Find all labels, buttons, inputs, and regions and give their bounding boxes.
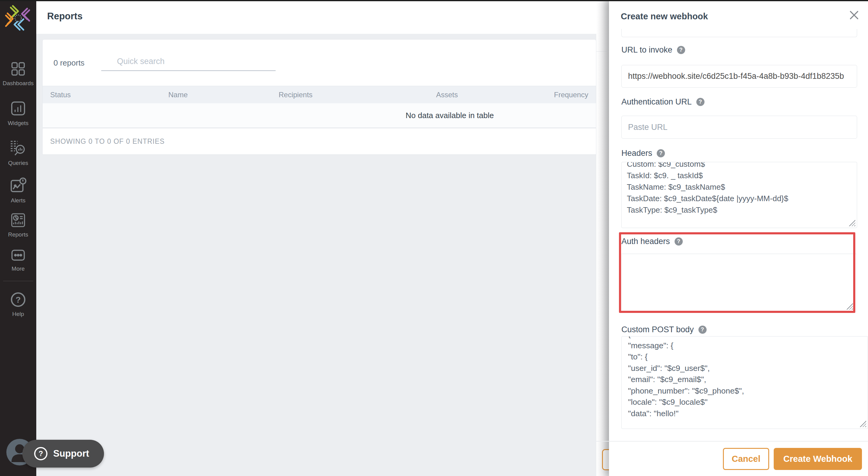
auth-headers-label-row: Auth headers ? (621, 237, 683, 246)
sidebar-item-label: Reports (0, 231, 36, 238)
headers-label: Headers (621, 148, 652, 158)
resize-handle-icon[interactable] (846, 303, 853, 310)
dashboards-icon (10, 60, 26, 77)
page-title: Reports (47, 11, 83, 22)
sidebar-item-label: Widgets (0, 120, 36, 127)
auth-headers-textarea[interactable] (621, 254, 857, 312)
resize-handle-icon[interactable] (849, 219, 855, 226)
svg-text:?: ? (39, 449, 43, 457)
app-logo-icon[interactable] (5, 5, 31, 31)
table-header-row: Status Name Recipients Assets Frequency (42, 86, 596, 103)
url-to-invoke-label: URL to invoke (621, 45, 673, 55)
close-icon[interactable] (848, 9, 860, 21)
authentication-url-help-icon[interactable]: ? (696, 98, 705, 106)
drawer-title: Create new webhook (621, 11, 708, 22)
alerts-icon (10, 177, 27, 195)
url-to-invoke-help-icon[interactable]: ? (677, 46, 685, 54)
custom-post-body-label: Custom POST body (621, 325, 694, 334)
column-header-name[interactable]: Name (168, 91, 188, 99)
showing-entries-label: SHOWING 0 TO 0 OF 0 ENTRIES (50, 137, 165, 145)
table-empty-row: No data available in table (42, 103, 596, 128)
support-button[interactable]: ? Support (22, 440, 104, 468)
support-help-icon: ? (34, 447, 48, 461)
sidebar-divider (3, 281, 33, 281)
auth-headers-label: Auth headers (621, 237, 670, 246)
sidebar-item-label: Queries (0, 160, 36, 166)
resize-handle-icon[interactable] (860, 420, 866, 427)
window-top-edge (0, 0, 868, 1)
cancel-button[interactable]: Cancel (723, 448, 769, 470)
auth-headers-help-icon[interactable]: ? (675, 237, 683, 245)
sidebar-item-widgets[interactable]: Widgets (0, 100, 36, 127)
create-webhook-button[interactable]: Create Webhook (774, 448, 862, 470)
sidebar-item-more[interactable]: More (0, 247, 36, 272)
report-count: 0 reports (54, 58, 85, 68)
sidebar: Dashboards Widgets Queries (0, 0, 36, 476)
reports-table-card: 0 reports Status Name Recipients Assets … (42, 39, 596, 128)
sidebar-item-reports[interactable]: Reports (0, 212, 36, 238)
headers-help-icon[interactable]: ? (657, 149, 665, 157)
column-header-frequency[interactable]: Frequency (554, 91, 588, 99)
column-header-assets[interactable]: Assets (436, 91, 458, 99)
custom-post-body-content: { "message": { "to": { "user_id": "$c9_u… (622, 336, 868, 419)
headers-textarea-content: Custom: $c9_custom$ TaskId: $c9. _ taskI… (622, 162, 857, 216)
authentication-url-label: Authentication URL (621, 97, 692, 107)
sidebar-item-label: Dashboards (0, 80, 36, 87)
empty-table-message: No data available in table (406, 111, 494, 120)
table-footer: SHOWING 0 TO 0 OF 0 ENTRIES (42, 128, 596, 155)
sidebar-item-dashboards[interactable]: Dashboards (0, 60, 36, 87)
column-header-status[interactable]: Status (50, 91, 71, 99)
page-header: Reports (36, 0, 596, 34)
headers-textarea[interactable]: Custom: $c9_custom$ TaskId: $c9. _ taskI… (621, 162, 857, 228)
headers-label-row: Headers ? (621, 148, 665, 158)
widgets-icon (10, 100, 26, 117)
sidebar-item-help[interactable]: ? Help (0, 291, 36, 317)
custom-post-body-label-row: Custom POST body ? (621, 325, 707, 334)
create-webhook-drawer: Create new webhook URL to invoke ? Authe… (609, 0, 868, 476)
sidebar-item-label: More (0, 266, 36, 272)
drawer-footer-divider (596, 441, 868, 442)
custom-post-body-textarea[interactable]: { "message": { "to": { "user_id": "$c9_u… (621, 336, 868, 429)
sidebar-item-label: Help (0, 311, 36, 317)
queries-icon (10, 138, 27, 157)
underlying-dialog-button-fragment (602, 449, 609, 470)
authentication-url-label-row: Authentication URL ? (621, 97, 705, 107)
sidebar-item-label: Alerts (0, 197, 36, 204)
url-to-invoke-label-row: URL to invoke ? (621, 45, 685, 55)
reports-toolbar: 0 reports (42, 40, 596, 86)
custom-post-body-help-icon[interactable]: ? (699, 326, 707, 334)
reports-icon (10, 212, 26, 229)
scrolled-input-bottom-edge[interactable] (621, 29, 857, 37)
url-to-invoke-input[interactable] (621, 65, 857, 88)
svg-text:?: ? (16, 295, 21, 304)
column-header-recipients[interactable]: Recipients (279, 91, 312, 99)
help-icon: ? (10, 291, 27, 308)
app-root: Dashboards Widgets Queries (0, 0, 868, 476)
support-button-label: Support (53, 448, 89, 459)
sidebar-item-alerts[interactable]: Alerts (0, 177, 36, 204)
more-icon (10, 247, 26, 263)
quick-search-input[interactable] (101, 52, 276, 71)
authentication-url-input[interactable] (621, 116, 857, 139)
sidebar-item-queries[interactable]: Queries (0, 138, 36, 166)
underlying-dialog-edge (596, 0, 609, 476)
